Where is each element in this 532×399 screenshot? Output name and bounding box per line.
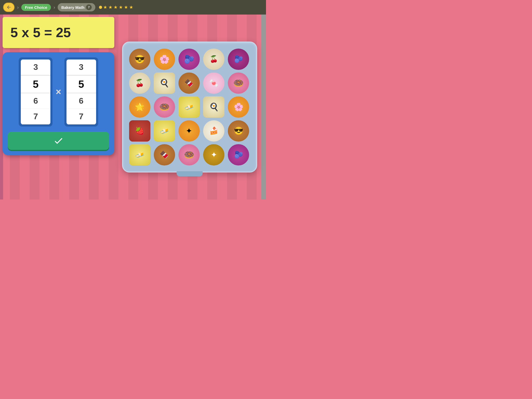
cookie-14[interactable]: 🍳 xyxy=(203,96,224,118)
check-button[interactable] xyxy=(8,132,109,150)
level-badge: 7 xyxy=(86,4,92,10)
left-slot-above: 3 xyxy=(21,59,50,75)
cookie-15[interactable]: 🌸 xyxy=(228,96,249,118)
left-panel: 5 x 5 = 25 3 5 6 7 × 3 xyxy=(3,17,114,197)
left-slot[interactable]: 3 5 6 7 xyxy=(19,57,52,127)
cookie-23[interactable]: 🍩 xyxy=(178,144,200,165)
navbar: › Free Choice › Bakery Math 7 ★ ★ ★ ★ ★ … xyxy=(0,0,266,15)
left-slot-below1: 6 xyxy=(21,93,50,109)
left-slot-below2: 7 xyxy=(21,109,50,124)
cookie-25[interactable]: 🫐 xyxy=(228,144,249,165)
right-slot-selected: 5 xyxy=(66,75,96,93)
star-5: ★ xyxy=(124,4,128,10)
cookie-16[interactable]: 🍓 xyxy=(129,120,150,142)
bakery-math-breadcrumb[interactable]: Bakery Math 7 xyxy=(58,3,95,11)
left-slot-inner: 3 5 6 7 xyxy=(21,59,50,124)
cookie-21[interactable]: 🧈 xyxy=(129,144,150,165)
cookie-2[interactable]: 🌸 xyxy=(154,49,175,70)
cookie-24[interactable]: ✦ xyxy=(203,144,224,165)
star-3: ★ xyxy=(114,4,118,10)
slots-row: 3 5 6 7 × 3 5 6 7 xyxy=(8,57,109,127)
right-slot-below2: 7 xyxy=(66,109,96,124)
cookie-5[interactable]: 🫐 xyxy=(228,49,249,70)
baking-tray: 😎 🌸 🫐 🍒 🫐 🍒 🍳 🍫 xyxy=(122,42,257,172)
cookie-11[interactable]: 🌟 xyxy=(129,96,150,118)
cookie-6[interactable]: 🍒 xyxy=(129,72,150,94)
cookie-18[interactable]: ✦ xyxy=(178,120,200,142)
cookie-17[interactable]: 🧈 xyxy=(154,120,175,142)
star-4: ★ xyxy=(119,4,123,10)
left-slot-selected: 5 xyxy=(21,75,50,93)
cookie-9[interactable]: 🍬 xyxy=(203,72,224,94)
tray-handle xyxy=(177,171,203,176)
cookie-1[interactable]: 😎 xyxy=(129,49,150,70)
cookie-19[interactable]: 🍰 xyxy=(203,120,224,142)
cookie-4[interactable]: 🍒 xyxy=(203,49,224,70)
back-button[interactable] xyxy=(3,3,15,12)
cookie-10[interactable]: 🍩 xyxy=(228,72,249,94)
free-choice-breadcrumb[interactable]: Free Choice xyxy=(21,4,51,11)
cookie-grid: 😎 🌸 🫐 🍒 🫐 🍒 🍳 🍫 xyxy=(129,49,250,165)
breadcrumb-sep-2: › xyxy=(54,5,55,10)
right-slot-below1: 6 xyxy=(66,93,96,109)
cookie-7[interactable]: 🍳 xyxy=(154,72,175,94)
right-panel: 😎 🌸 🫐 🍒 🫐 🍒 🍳 🍫 xyxy=(116,17,263,197)
right-slot-above: 3 xyxy=(66,59,96,75)
cookie-12[interactable]: 🍩 xyxy=(154,96,175,118)
breadcrumb-sep-1: › xyxy=(17,5,19,10)
right-slot-inner: 3 5 6 7 xyxy=(66,59,96,124)
calculator-machine: 3 5 6 7 × 3 5 6 7 xyxy=(3,52,114,155)
stars-row: ★ ★ ★ ★ ★ ★ xyxy=(99,4,133,10)
star-6: ★ xyxy=(129,4,133,10)
cookie-3[interactable]: 🫐 xyxy=(178,49,200,70)
star-2: ★ xyxy=(108,4,112,10)
cookie-20[interactable]: 😎 xyxy=(228,120,249,142)
cookie-22[interactable]: 🍫 xyxy=(154,144,175,165)
cookie-8[interactable]: 🍫 xyxy=(178,72,200,94)
equation-display: 5 x 5 = 25 xyxy=(3,17,114,48)
star-1: ★ xyxy=(103,4,107,10)
cookie-13[interactable]: 🧈 xyxy=(178,96,200,118)
dot-indicator xyxy=(99,6,102,9)
multiply-sign: × xyxy=(56,87,61,97)
right-slot[interactable]: 3 5 6 7 xyxy=(64,57,98,127)
